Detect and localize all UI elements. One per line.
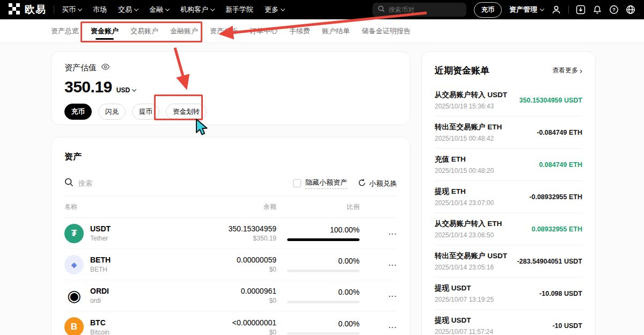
funding-record-amount: 350.15304959 USDT xyxy=(516,97,582,104)
topnav-item[interactable]: 机构客户 xyxy=(180,5,214,14)
account-tab[interactable]: 订单中心 xyxy=(250,19,277,42)
asset-management-menu[interactable]: 资产管理 xyxy=(509,5,544,14)
profile-icon[interactable] xyxy=(551,5,561,15)
svg-text:?: ? xyxy=(612,6,616,12)
account-tab[interactable]: 储备金证明报告 xyxy=(362,19,411,42)
language-globe-icon[interactable] xyxy=(626,5,635,14)
valuation-currency-select[interactable]: USD xyxy=(116,86,136,94)
chevron-down-icon xyxy=(540,6,544,11)
column-balance: 余额 xyxy=(174,202,276,212)
topbar-deposit-button[interactable]: 充币 xyxy=(474,2,502,18)
topnav-item-label: 新手学院 xyxy=(225,5,253,14)
recent-funding-list: 从交易账户转入 USDT 2025/10/19 15:36:43 350.153… xyxy=(435,84,582,335)
topnav-item-label: 市场 xyxy=(93,5,107,14)
search-icon xyxy=(64,178,74,189)
row-more-menu[interactable]: ··· xyxy=(389,261,397,269)
funding-record-amount: 0.084749 ETH xyxy=(536,161,582,169)
download-app-icon[interactable] xyxy=(576,5,586,14)
eye-icon[interactable] xyxy=(101,62,110,73)
coin-ratio: 0.00% xyxy=(276,257,360,265)
hide-small-assets-toggle[interactable]: 隐藏小额资产 xyxy=(293,178,347,189)
funding-record-amount: -0.084749 ETH xyxy=(533,129,582,136)
hide-small-assets-checkbox[interactable] xyxy=(293,179,301,187)
topnav-item[interactable]: 新手学院 xyxy=(225,5,253,14)
convert-small-assets-button[interactable]: 小额兑换 xyxy=(358,179,397,188)
coin-name: BETH xyxy=(90,266,111,273)
icon-divider xyxy=(568,6,569,13)
account-tab[interactable]: 资金账户 xyxy=(91,19,119,42)
coin-ratio: 100.00% xyxy=(276,225,360,234)
account-tab[interactable]: 手续费 xyxy=(289,19,310,42)
brand-name: 欧易 xyxy=(25,3,46,17)
funding-record-row[interactable]: 提现 USDT 2025/10/07 13:19:25 -10.098 USDT xyxy=(435,278,582,310)
chevron-down-icon xyxy=(134,6,138,11)
coin-icon: ₮ xyxy=(64,224,84,243)
funding-record-row[interactable]: 充值 ETH 2025/10/15 00:48:20 0.084749 ETH xyxy=(435,149,582,181)
assets-title: 资产 xyxy=(64,137,397,163)
topbar-divider xyxy=(54,5,54,14)
column-ratio: 比例 xyxy=(276,202,360,212)
valuation-currency-label: USD xyxy=(116,86,130,94)
account-tab[interactable]: 资产总览 xyxy=(51,19,79,42)
row-more-menu[interactable]: ··· xyxy=(389,230,397,238)
notifications-bell-icon[interactable] xyxy=(592,5,602,14)
topnav-item[interactable]: 市场 xyxy=(93,5,107,14)
pair-search-input[interactable] xyxy=(389,6,461,13)
coin-icon: B xyxy=(64,317,84,335)
coin-symbol: ORDI xyxy=(90,287,109,295)
funding-record-row[interactable]: 提现 ETH 2025/10/14 23:07:00 -0.08932955 E… xyxy=(435,181,582,213)
search-icon xyxy=(378,5,385,14)
chevron-right-icon: › xyxy=(580,67,582,75)
coin-symbol: BTC xyxy=(90,318,109,327)
help-icon[interactable]: ? xyxy=(609,5,619,14)
topnav-item[interactable]: 金融 xyxy=(149,5,169,14)
okx-logo-icon xyxy=(9,3,20,17)
asset-table-row[interactable]: B BTC Bitcoin <0.00000001 $0 0.00% xyxy=(64,311,397,335)
topnav-item[interactable]: 买币 xyxy=(62,5,82,14)
asset-search-box[interactable] xyxy=(64,178,293,189)
asset-search-input[interactable] xyxy=(78,179,186,187)
ratio-bar xyxy=(287,301,360,303)
valuation-action-button[interactable]: 充币 xyxy=(64,104,92,120)
account-tab[interactable]: 资产分析 xyxy=(210,19,238,42)
funding-record-row[interactable]: 转出至交易账户 ETH 2025/10/15 00:48:42 -0.08474… xyxy=(435,116,582,149)
recent-funding-card: 近期资金账单 查看更多 › 从交易账户转入 USDT 2025/10/19 15… xyxy=(421,51,596,335)
valuation-action-button[interactable]: 闪兑 xyxy=(98,104,126,120)
funding-record-row[interactable]: 转出至交易账户 USDT 2025/10/14 23:05:16 -283.54… xyxy=(435,245,582,278)
account-tab[interactable]: 交易账户 xyxy=(130,19,158,42)
ratio-bar xyxy=(287,270,360,272)
funding-record-amount: -0.08932955 ETH xyxy=(526,193,582,201)
row-more-menu[interactable]: ··· xyxy=(389,323,397,331)
topnav-item-label: 机构客户 xyxy=(180,5,208,14)
topnav-item[interactable]: 交易 xyxy=(118,5,138,14)
asset-table-row[interactable]: ₮ USDT Tether 350.15304959 $350.19 100.0… xyxy=(64,218,397,249)
assets-card: 资产 隐藏小额资产 小额兑换 名称 余额 比 xyxy=(51,137,411,335)
asset-table-row[interactable]: ◉ ORDI ordi 0.0000961 $0 0.00% xyxy=(64,280,397,311)
pair-search-box[interactable] xyxy=(372,3,466,17)
total-valuation-amount: 350.19 xyxy=(64,78,112,96)
coin-balance: 0.00000059 xyxy=(174,256,276,264)
assets-table-body: ₮ USDT Tether 350.15304959 $350.19 100.0… xyxy=(64,218,397,335)
account-tab-label: 交易账户 xyxy=(130,26,158,36)
account-tab-label: 资产分析 xyxy=(210,26,238,36)
coin-icon: ◆ xyxy=(64,255,84,274)
valuation-action-button[interactable]: 提币 xyxy=(132,104,159,120)
funding-record-row[interactable]: 从交易账户转入 USDT 2025/10/19 15:36:43 350.153… xyxy=(435,84,582,116)
ratio-bar xyxy=(287,332,360,335)
asset-table-row[interactable]: ◆ BETH BETH 0.00000059 $0 0.00% xyxy=(64,249,397,280)
okx-logo[interactable]: 欧易 xyxy=(9,3,46,17)
topnav-item-label: 交易 xyxy=(118,5,132,14)
account-tab[interactable]: 金融账户 xyxy=(170,19,198,42)
account-tab-label: 资金账户 xyxy=(91,26,119,36)
valuation-action-button[interactable]: 资金划转 xyxy=(166,104,207,120)
account-tab[interactable]: 账户结单 xyxy=(322,19,350,42)
funding-record-row[interactable]: 从交易账户转入 ETH 2025/10/14 23:06:50 0.089329… xyxy=(435,213,582,245)
view-more-link[interactable]: 查看更多 › xyxy=(552,66,582,75)
view-more-label: 查看更多 xyxy=(552,66,578,75)
row-more-menu[interactable]: ··· xyxy=(389,292,397,300)
funding-record-amount: 0.08932955 ETH xyxy=(528,225,582,233)
coin-ratio: 0.00% xyxy=(276,288,360,296)
funding-record-row[interactable]: 提现 USDT 2025/10/07 11:57:24 -10 USDT xyxy=(435,310,582,335)
topnav-item[interactable]: 更多 xyxy=(265,5,284,14)
coin-name: Tether xyxy=(90,235,111,242)
